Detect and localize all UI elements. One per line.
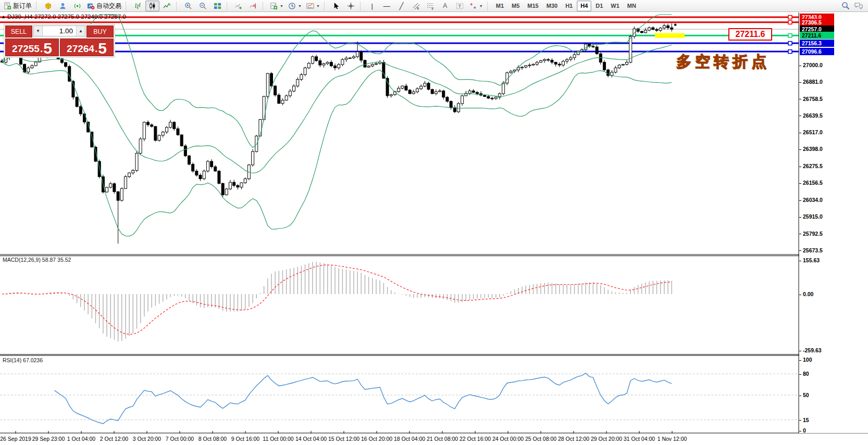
buy-price-dot: . (95, 42, 97, 56)
arrows-icon (469, 2, 477, 10)
macd-scale-tick: 155.63 (799, 257, 820, 263)
sell-price-panel[interactable]: 27255 . 5 (5, 39, 59, 56)
time-axis-label: 28 Oct 12:00 (558, 436, 589, 442)
auto-scroll-button[interactable] (232, 1, 246, 11)
macd-scale-tick: 0.00 (799, 291, 813, 297)
community-button[interactable] (56, 1, 70, 11)
auto-trading-button[interactable]: 自动交易 (85, 1, 123, 11)
signals-button[interactable] (70, 1, 84, 11)
dropdown-caret: ▼ (479, 4, 483, 8)
vertical-line-icon: | (371, 3, 373, 9)
tab-timeframe-M15[interactable]: M15 (524, 1, 542, 11)
price-annotation-box: 27211.6 (728, 28, 772, 41)
tab-timeframe-H4[interactable]: H4 (577, 1, 591, 11)
new-order-icon (4, 2, 11, 10)
tab-timeframe-M30[interactable]: M30 (543, 1, 561, 11)
indicators-button[interactable]: ▼ (268, 1, 286, 11)
volume-increase-button[interactable]: ▲ (76, 26, 85, 36)
time-axis-label: 1 Nov 12:00 (658, 436, 687, 442)
trendline-button[interactable]: ╱ (394, 1, 408, 11)
horizontal-line-icon: — (383, 3, 390, 9)
equidistant-channel-icon: E (412, 2, 420, 10)
signals-icon (73, 2, 81, 10)
time-axis-label: 22 Oct 16:00 (460, 436, 491, 442)
auto-trading-label: 自动交易 (96, 2, 121, 10)
sell-price-pip: 5 (43, 41, 52, 56)
buy-price-main: 27264 (67, 42, 94, 56)
chart-note-text: 多空转折点 (676, 52, 770, 72)
new-order-button[interactable]: 新订单 (2, 1, 34, 11)
buy-price-panel[interactable]: 27264 . 5 (60, 39, 114, 56)
search-icon[interactable] (841, 2, 850, 10)
price-scale-tick: 26517.0 (799, 129, 823, 135)
text-button[interactable]: A (438, 1, 452, 11)
svg-text:E: E (417, 7, 419, 10)
candlestick-chart-icon (148, 2, 156, 10)
vertical-line-button[interactable]: | (365, 1, 379, 11)
horizontal-line-button[interactable]: — (380, 1, 394, 11)
price-scale[interactable]: 27000.026881.026758.526639.526517.026398… (799, 12, 868, 433)
zoom-out-icon (199, 2, 207, 10)
price-scale-tick: 26275.5 (799, 163, 823, 169)
periods-button[interactable]: ▼ (286, 1, 304, 11)
fibonacci-button[interactable]: F (424, 1, 438, 11)
tab-timeframe-H1[interactable]: H1 (562, 1, 576, 11)
time-axis-label: 3 Oct 20:00 (133, 436, 161, 442)
time-axis-label: 11 Oct 00:00 (263, 436, 293, 442)
templates-button[interactable]: ▼ (304, 1, 322, 11)
volume-decrease-button[interactable]: ▼ (34, 26, 43, 36)
time-axis-label: 29 Oct 20:00 (591, 436, 622, 442)
price-scale-tick: 27000.0 (799, 62, 823, 68)
channel-button[interactable]: E (409, 1, 423, 11)
macd-pane-label: MACD(12,26,9) 58.87 35.52 (3, 257, 71, 263)
time-axis-label: 21 Oct 08:00 (427, 436, 458, 442)
line-chart-button[interactable] (160, 1, 174, 11)
toolbar-separator (126, 2, 129, 10)
sell-button[interactable]: SELL (5, 26, 32, 37)
tab-timeframe-M5[interactable]: M5 (508, 1, 523, 11)
toolbar-separator (36, 2, 39, 10)
zoom-in-icon (184, 2, 192, 10)
price-scale-tick: 25915.0 (799, 213, 823, 220)
rsi-pane-label: RSI(14) 67.0236 (3, 357, 43, 363)
toolbar-separator (227, 2, 230, 10)
toolbar-separator (263, 2, 266, 10)
zoom-out-button[interactable] (196, 1, 210, 11)
chat-icon[interactable] (854, 2, 863, 10)
tab-timeframe-MN[interactable]: MN (624, 1, 640, 11)
time-axis-label: 2 Oct 12:00 (100, 436, 128, 442)
price-scale-tick: 26881.0 (799, 79, 823, 85)
time-axis-label: 9 Oct 16:00 (231, 436, 259, 442)
buy-button[interactable]: BUY (86, 26, 114, 37)
toolbar-right-icons (841, 2, 866, 10)
time-axis-label: 8 Oct 08:00 (199, 436, 227, 442)
tab-timeframe-W1[interactable]: W1 (607, 1, 623, 11)
text-label-button[interactable]: T (453, 1, 467, 11)
arrows-button[interactable]: ▼ (467, 1, 485, 11)
market-button[interactable] (41, 1, 55, 11)
dropdown-caret: ▼ (298, 4, 302, 8)
periods-clock-icon (288, 2, 296, 10)
volume-value[interactable]: 1.00 (43, 26, 76, 36)
price-scale-tick: 26758.5 (799, 96, 823, 102)
time-axis-label: 18 Oct 04:00 (394, 436, 425, 442)
templates-icon (306, 2, 314, 10)
bar-chart-button[interactable] (131, 1, 145, 11)
tile-windows-icon (214, 2, 221, 10)
chart-shift-button[interactable] (246, 1, 261, 11)
tile-windows-button[interactable] (210, 1, 225, 11)
crosshair-button[interactable] (344, 1, 358, 11)
time-axis[interactable]: 26 Sep 201929 Sep 23:001 Oct 04:002 Oct … (0, 434, 868, 445)
candlestick-chart-button[interactable] (145, 1, 159, 11)
price-scale-tick: 26156.5 (799, 180, 823, 186)
time-axis-label: 16 Oct 20:00 (361, 436, 392, 442)
market-icon (44, 2, 52, 10)
cursor-button[interactable] (329, 1, 343, 11)
tab-timeframe-D1[interactable]: D1 (592, 1, 606, 11)
price-scale-tick: 26639.5 (799, 112, 823, 119)
oneclick-collapse-arrow[interactable]: ▲ (1, 14, 6, 19)
toolbar-separator (324, 2, 327, 10)
tab-timeframe-M1[interactable]: M1 (492, 1, 507, 11)
bar-chart-icon (134, 2, 142, 10)
zoom-in-button[interactable] (181, 1, 195, 11)
